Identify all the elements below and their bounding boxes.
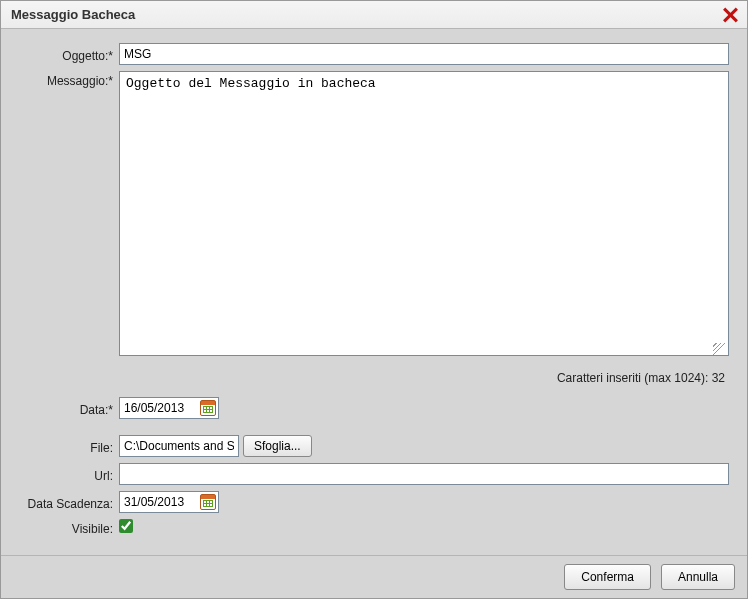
label-expiry-date: Data Scadenza:	[19, 494, 119, 511]
row-date: Data:*	[19, 397, 729, 419]
file-input-wrap: Sfoglia...	[119, 435, 312, 457]
subject-input[interactable]	[119, 43, 729, 65]
row-message: Messaggio:*	[19, 71, 729, 359]
cancel-button[interactable]: Annulla	[661, 564, 735, 590]
row-file: File: Sfoglia...	[19, 435, 729, 457]
titlebar: Messaggio Bacheca	[1, 1, 747, 29]
button-bar: Conferma Annulla	[1, 555, 747, 598]
confirm-button[interactable]: Conferma	[564, 564, 651, 590]
dialog-title: Messaggio Bacheca	[11, 7, 135, 22]
label-file: File:	[19, 438, 119, 455]
expiry-date-input-wrap	[119, 491, 219, 513]
label-subject: Oggetto:*	[19, 46, 119, 63]
row-visible: Visibile:	[19, 519, 729, 536]
expiry-date-input[interactable]	[124, 493, 198, 511]
url-input[interactable]	[119, 463, 729, 485]
row-expiry-date: Data Scadenza:	[19, 491, 729, 513]
visible-checkbox[interactable]	[119, 519, 133, 533]
label-date: Data:*	[19, 400, 119, 417]
calendar-icon[interactable]	[200, 400, 216, 416]
browse-button[interactable]: Sfoglia...	[243, 435, 312, 457]
char-count-status: Caratteri inseriti (max 1024): 32	[19, 371, 729, 385]
message-textarea[interactable]	[119, 71, 729, 356]
message-board-dialog: Messaggio Bacheca Oggetto:* Messaggio:* …	[0, 0, 748, 599]
calendar-icon[interactable]	[200, 494, 216, 510]
date-input[interactable]	[124, 399, 198, 417]
close-icon[interactable]	[721, 6, 739, 24]
row-subject: Oggetto:*	[19, 43, 729, 65]
row-url: Url:	[19, 463, 729, 485]
date-input-wrap	[119, 397, 219, 419]
file-path-input[interactable]	[119, 435, 239, 457]
label-url: Url:	[19, 466, 119, 483]
label-visible: Visibile:	[19, 519, 119, 536]
dialog-content: Oggetto:* Messaggio:* Caratteri inseriti…	[1, 29, 747, 598]
label-message: Messaggio:*	[19, 71, 119, 88]
